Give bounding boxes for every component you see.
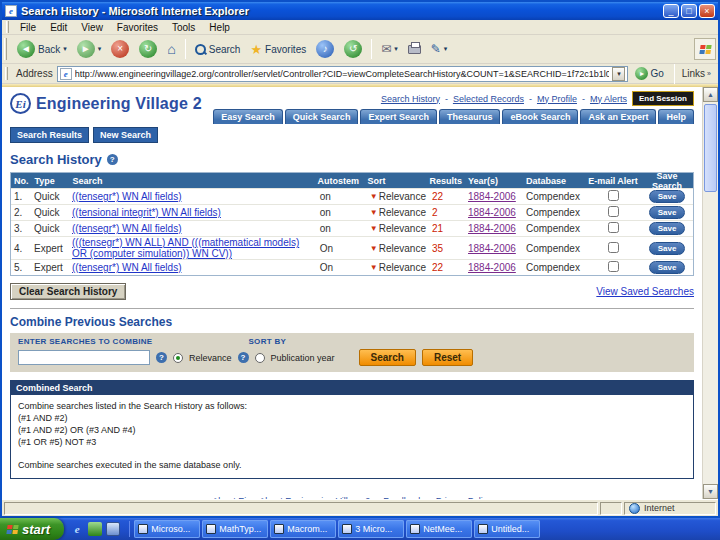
- help-icon[interactable]: ?: [107, 154, 118, 165]
- scroll-down-button[interactable]: ▼: [703, 484, 718, 499]
- link-my-alerts[interactable]: My Alerts: [590, 94, 627, 104]
- menu-edit[interactable]: Edit: [43, 22, 74, 33]
- save-search-button[interactable]: Save: [649, 206, 685, 219]
- search-button[interactable]: Search: [191, 42, 245, 57]
- combine-search-button[interactable]: Search: [359, 349, 416, 366]
- combine-reset-button[interactable]: Reset: [422, 349, 473, 366]
- database-value: Compendex: [523, 223, 585, 234]
- forward-dropdown-icon[interactable]: ▾: [98, 45, 102, 53]
- search-link[interactable]: ((tensegr*) WN All fields): [72, 223, 181, 234]
- toolbar-grip[interactable]: [4, 38, 7, 60]
- menu-file[interactable]: File: [13, 22, 43, 33]
- toolbar-grip[interactable]: [6, 21, 9, 32]
- media-button[interactable]: ♪: [312, 38, 338, 60]
- search-link[interactable]: (((tensegr*) WN ALL) AND (((mathematical…: [72, 237, 299, 259]
- help-icon[interactable]: ?: [156, 352, 167, 363]
- links-toolbar[interactable]: Links »: [682, 68, 715, 79]
- tab-expert-search[interactable]: Expert Search: [360, 109, 437, 124]
- email-alert-checkbox[interactable]: [608, 222, 619, 233]
- scroll-up-button[interactable]: ▲: [703, 87, 718, 102]
- menu-tools[interactable]: Tools: [165, 22, 202, 33]
- quicklaunch-ie-icon[interactable]: e: [70, 522, 84, 536]
- sort-desc-icon[interactable]: ▼: [370, 244, 378, 253]
- history-button[interactable]: ↺: [340, 38, 366, 60]
- radio-publication-year[interactable]: [255, 353, 265, 363]
- start-button[interactable]: start: [0, 518, 64, 540]
- home-button[interactable]: ⌂: [163, 39, 179, 59]
- menu-favorites[interactable]: Favorites: [110, 22, 165, 33]
- menu-help[interactable]: Help: [202, 22, 237, 33]
- save-search-button[interactable]: Save: [649, 222, 685, 235]
- toolbar-grip[interactable]: [5, 67, 8, 81]
- email-alert-checkbox[interactable]: [608, 261, 619, 272]
- save-search-button[interactable]: Save: [649, 242, 685, 255]
- footer-feedback[interactable]: Feedback: [383, 496, 423, 499]
- scrollbar-thumb[interactable]: [704, 104, 717, 192]
- tab-search-results[interactable]: Search Results: [10, 127, 89, 143]
- help-icon[interactable]: ?: [238, 352, 249, 363]
- link-search-history[interactable]: Search History: [381, 94, 440, 104]
- footer-about-ei[interactable]: About Ei: [212, 496, 246, 499]
- years-link[interactable]: 1884-2006: [468, 223, 516, 234]
- quicklaunch-app-icon[interactable]: [88, 522, 102, 536]
- combine-searches-input[interactable]: [18, 350, 150, 365]
- sort-desc-icon[interactable]: ▼: [370, 263, 378, 272]
- back-dropdown-icon[interactable]: ▾: [63, 45, 67, 53]
- tab-easy-search[interactable]: Easy Search: [213, 109, 283, 124]
- tab-ask-an-expert[interactable]: Ask an Expert: [580, 109, 656, 124]
- link-my-profile[interactable]: My Profile: [537, 94, 577, 104]
- footer-privacy-policy[interactable]: Privacy Policy: [436, 496, 492, 499]
- task-button[interactable]: Untitled...: [474, 520, 540, 538]
- search-link[interactable]: ((tensegr*) WN All fields): [72, 262, 181, 273]
- mail-dropdown-icon[interactable]: ▾: [394, 45, 398, 53]
- email-alert-checkbox[interactable]: [608, 206, 619, 217]
- link-selected-records[interactable]: Selected Records: [453, 94, 524, 104]
- address-dropdown-button[interactable]: ▾: [612, 67, 625, 81]
- tab-ebook-search[interactable]: eBook Search: [502, 109, 578, 124]
- radio-relevance[interactable]: [173, 353, 183, 363]
- clear-search-history-button[interactable]: Clear Search History: [10, 283, 126, 300]
- sort-desc-icon[interactable]: ▼: [370, 192, 378, 201]
- sort-desc-icon[interactable]: ▼: [370, 208, 378, 217]
- search-link[interactable]: ((tensegr*) WN All fields): [72, 191, 181, 202]
- save-search-button[interactable]: Save: [649, 190, 685, 203]
- email-alert-checkbox[interactable]: [608, 190, 619, 201]
- view-saved-searches-link[interactable]: View Saved Searches: [596, 286, 694, 297]
- favorites-button[interactable]: ★ Favorites: [246, 40, 310, 59]
- years-link[interactable]: 1884-2006: [468, 243, 516, 254]
- footer-about-ev2[interactable]: About Engineering Village 2: [259, 496, 370, 499]
- show-desktop-icon[interactable]: [106, 522, 120, 536]
- tab-new-search[interactable]: New Search: [93, 127, 158, 143]
- edit-button[interactable]: ✎ ▾: [427, 40, 452, 58]
- vertical-scrollbar[interactable]: ▲ ▼: [702, 87, 718, 499]
- task-button[interactable]: 3 Micro...: [338, 520, 404, 538]
- minimize-button[interactable]: _: [663, 4, 679, 18]
- maximize-button[interactable]: □: [681, 4, 697, 18]
- tab-quick-search[interactable]: Quick Search: [285, 109, 359, 124]
- search-link[interactable]: ((tensional integrit*) WN All fields): [72, 207, 221, 218]
- task-button[interactable]: MathTyp...: [202, 520, 268, 538]
- years-link[interactable]: 1884-2006: [468, 207, 516, 218]
- task-button[interactable]: Macrom...: [270, 520, 336, 538]
- address-input[interactable]: [75, 69, 610, 79]
- email-alert-checkbox[interactable]: [608, 242, 619, 253]
- go-button[interactable]: ▸ Go: [632, 67, 666, 80]
- end-session-button[interactable]: End Session: [632, 91, 694, 106]
- years-link[interactable]: 1884-2006: [468, 262, 516, 273]
- refresh-button[interactable]: ↻: [135, 38, 161, 60]
- forward-button[interactable]: ► ▾: [73, 38, 106, 60]
- years-link[interactable]: 1884-2006: [468, 191, 516, 202]
- sort-desc-icon[interactable]: ▼: [370, 224, 378, 233]
- task-button[interactable]: NetMee...: [406, 520, 472, 538]
- menu-view[interactable]: View: [74, 22, 110, 33]
- edit-dropdown-icon[interactable]: ▾: [444, 45, 448, 53]
- back-button[interactable]: ◄ Back ▾: [13, 38, 71, 60]
- tab-thesaurus[interactable]: Thesaurus: [439, 109, 501, 124]
- tab-help[interactable]: Help: [658, 109, 694, 124]
- mail-button[interactable]: ✉ ▾: [377, 40, 402, 58]
- print-button[interactable]: [404, 43, 425, 56]
- save-search-button[interactable]: Save: [649, 261, 685, 274]
- task-button[interactable]: Microso...: [134, 520, 200, 538]
- stop-button[interactable]: ×: [107, 38, 133, 60]
- close-button[interactable]: ×: [699, 4, 715, 18]
